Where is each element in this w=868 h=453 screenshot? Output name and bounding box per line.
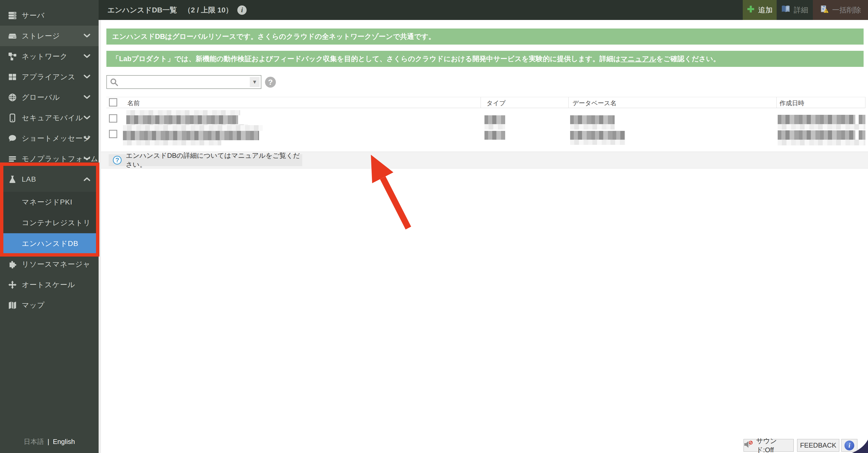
sidebar-item-appliance[interactable]: アプライアンス (0, 66, 99, 87)
search-dropdown-button[interactable]: ▼ (250, 77, 259, 87)
sidebar-item-lab[interactable]: LAB (0, 169, 99, 190)
sidebar-item-label: ストレージ (22, 31, 60, 41)
banner-text: 「Labプロダクト」では、新機能の動作検証およびフィードバック収集を目的として、… (112, 54, 621, 63)
globe-icon (8, 93, 17, 102)
banner-global-resource: エンハンスドDBはグローバルリソースです。さくらのクラウドの全ネットワークゾーン… (106, 29, 864, 45)
info-icon[interactable]: i (237, 5, 247, 15)
redacted-created-at (778, 140, 865, 145)
redacted-created-at (859, 130, 865, 140)
platform-icon (8, 154, 17, 164)
network-icon (8, 52, 17, 61)
page-title-text: エンハンスドDB一覧 (107, 5, 177, 15)
sound-off-icon (744, 440, 753, 450)
sidebar-item-label: マップ (22, 300, 45, 310)
sidebar-item-label: エンハンスドDB (22, 239, 79, 249)
sidebar-item-managed-pki[interactable]: マネージドPKI (0, 192, 99, 213)
sidebar-item-label: グローバル (22, 92, 60, 102)
feedback-button[interactable]: FEEDBACK (797, 439, 839, 452)
sidebar-item-short-message[interactable]: ショートメッセージ (0, 128, 99, 148)
sidebar-item-label: ネットワーク (22, 52, 67, 61)
sidebar-item-autoscale[interactable]: オートスケール (0, 275, 99, 295)
language-english[interactable]: English (53, 438, 75, 446)
sidebar-item-map[interactable]: マップ (0, 295, 99, 315)
sidebar-item-label: マネージドPKI (22, 197, 72, 207)
plus-icon (747, 5, 755, 15)
search-input[interactable] (121, 76, 245, 88)
redacted-database-name (570, 131, 625, 140)
manual-hint-text: エンハンスドDBの詳細についてはマニュアルをご覧ください。 (126, 151, 302, 169)
search-help-icon[interactable]: ? (265, 77, 276, 88)
chat-icon (8, 134, 17, 143)
content-left-gutter (99, 20, 101, 453)
resource-count: （2 / 上限 10） (184, 5, 232, 15)
sidebar-item-storage[interactable]: ストレージ (0, 26, 99, 46)
redacted-created-at (859, 115, 865, 124)
row-checkbox[interactable] (109, 114, 117, 122)
sidebar-item-label: リソースマネージャ (22, 259, 91, 269)
column-header-type: タイプ (487, 99, 506, 107)
sidebar-item-enhanced-db[interactable]: エンハンスドDB (0, 233, 99, 254)
corner-decoration (845, 435, 868, 453)
redacted-name (123, 140, 221, 145)
sidebar-item-container-registry[interactable]: コンテナレジストリ (0, 213, 99, 233)
chevron-down-icon (83, 52, 91, 61)
sidebar-item-resource-manager[interactable]: リソースマネージャ (0, 254, 99, 275)
redacted-type (485, 124, 505, 130)
autoscale-icon (8, 280, 17, 289)
table-header (106, 97, 865, 108)
language-japanese[interactable]: 日本語 (24, 438, 44, 446)
sidebar-item-secure-mobile[interactable]: セキュアモバイル (0, 108, 99, 128)
add-button[interactable]: 追加 (743, 0, 777, 20)
redacted-name (126, 115, 238, 124)
book-icon (781, 5, 790, 15)
sidebar: サーバ ストレージ ネットワーク アプライアンス (0, 0, 99, 453)
redacted-name (123, 125, 263, 131)
search-box: ▼ (106, 75, 261, 89)
redacted-database-name (570, 124, 615, 130)
redacted-created-at (778, 124, 865, 130)
chevron-down-icon (83, 134, 91, 143)
column-header-created-at: 作成日時 (779, 99, 804, 107)
bulk-delete-button[interactable]: 一括削除 (813, 0, 868, 20)
manual-link[interactable]: マニュアル (621, 54, 656, 63)
select-all-checkbox[interactable] (109, 98, 117, 107)
detail-button[interactable]: 詳細 (777, 0, 813, 20)
help-icon: ? (113, 156, 122, 165)
column-divider (776, 97, 777, 108)
sidebar-item-network[interactable]: ネットワーク (0, 46, 99, 66)
flask-icon (8, 175, 17, 184)
sidebar-item-global[interactable]: グローバル (0, 87, 99, 108)
row-checkbox[interactable] (109, 130, 117, 138)
app-root: サーバ ストレージ ネットワーク アプライアンス (0, 0, 868, 453)
sidebar-item-server[interactable]: サーバ (0, 5, 99, 26)
sidebar-item-mono-platform[interactable]: モノプラットフォーム (0, 148, 99, 169)
column-divider (480, 97, 481, 108)
mobile-icon (8, 113, 17, 122)
map-icon (8, 301, 17, 310)
banner-text: エンハンスドDBはグローバルリソースです。さくらのクラウドの全ネットワークゾーン… (112, 32, 435, 41)
redacted-name (123, 131, 259, 140)
column-header-name: 名前 (127, 99, 140, 107)
manual-hint: ? エンハンスドDBの詳細についてはマニュアルをご覧ください。 (109, 154, 302, 166)
sidebar-item-label: ショートメッセージ (22, 134, 91, 143)
chevron-down-icon (83, 73, 91, 81)
redacted-created-at (778, 130, 855, 140)
redacted-type (485, 115, 505, 124)
puzzle-icon (8, 260, 17, 269)
redacted-type (485, 131, 505, 140)
sidebar-nav: サーバ ストレージ ネットワーク アプライアンス (0, 0, 99, 315)
sidebar-item-label: LAB (22, 175, 36, 183)
chevron-down-icon (83, 114, 91, 122)
header-buttons: 追加 詳細 一括削除 (743, 0, 868, 20)
banner-text: をご確認ください。 (656, 54, 720, 63)
dropdown-arrow-icon: ▼ (252, 79, 257, 85)
sound-toggle-label: サウンド:Off (756, 436, 794, 453)
redacted-database-name (570, 115, 615, 124)
search-icon (110, 78, 118, 87)
page-header: エンハンスドDB一覧 （2 / 上限 10） i 追加 詳細 一括削除 (99, 0, 868, 20)
sound-toggle-button[interactable]: サウンド:Off (744, 439, 794, 452)
add-button-label: 追加 (758, 5, 773, 15)
chevron-down-icon (83, 155, 91, 163)
chevron-up-icon (83, 175, 91, 183)
lab-submenu: マネージドPKI コンテナレジストリ エンハンスドDB (0, 192, 99, 254)
